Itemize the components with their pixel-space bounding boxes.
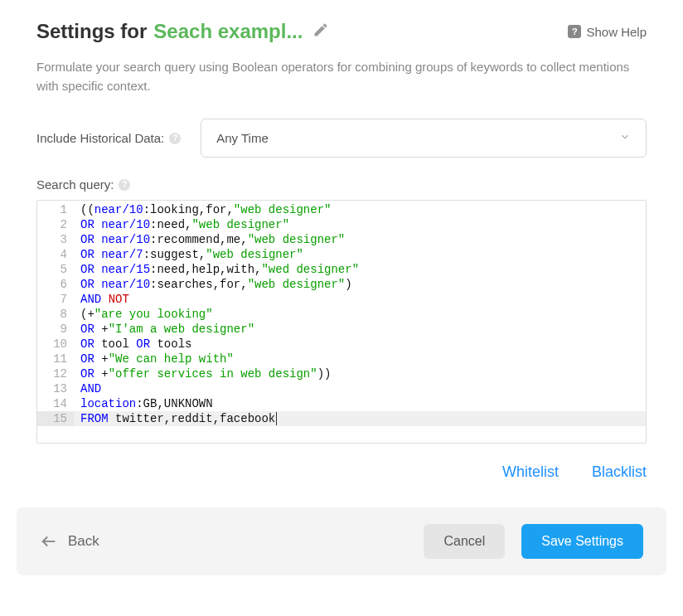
description-text: Formulate your search query using Boolea… [36, 58, 647, 95]
header: Settings for Seach exampl... ? Show Help [36, 20, 647, 43]
historical-data-select[interactable]: Any Time [201, 119, 647, 158]
help-icon: ? [568, 25, 581, 38]
footer-bar: Back Cancel Save Settings [17, 507, 666, 575]
edit-icon[interactable] [312, 22, 329, 41]
query-editor[interactable]: 123456789101112131415 ((near/10:looking,… [36, 200, 647, 444]
blacklist-link[interactable]: Blacklist [592, 463, 647, 481]
historical-data-label: Include Historical Data: ? [36, 131, 181, 145]
historical-data-value: Any Time [216, 131, 269, 145]
chevron-down-icon [619, 131, 631, 145]
editor-code[interactable]: ((near/10:looking,for,"web designer"OR n… [74, 201, 646, 443]
search-name[interactable]: Seach exampl... [153, 20, 303, 43]
whitelist-link[interactable]: Whitelist [502, 463, 559, 481]
editor-gutter: 123456789101112131415 [37, 201, 74, 443]
show-help-label: Show Help [586, 25, 647, 39]
hint-icon[interactable]: ? [169, 133, 181, 144]
page-title-prefix: Settings for [36, 20, 147, 43]
search-query-label: Search query: ? [36, 177, 647, 192]
back-button[interactable]: Back [40, 532, 99, 551]
back-label: Back [68, 533, 99, 550]
show-help-link[interactable]: ? Show Help [568, 25, 647, 39]
arrow-left-icon [40, 532, 58, 551]
cancel-button[interactable]: Cancel [424, 524, 505, 559]
hint-icon[interactable]: ? [119, 179, 130, 191]
save-button[interactable]: Save Settings [521, 524, 643, 559]
